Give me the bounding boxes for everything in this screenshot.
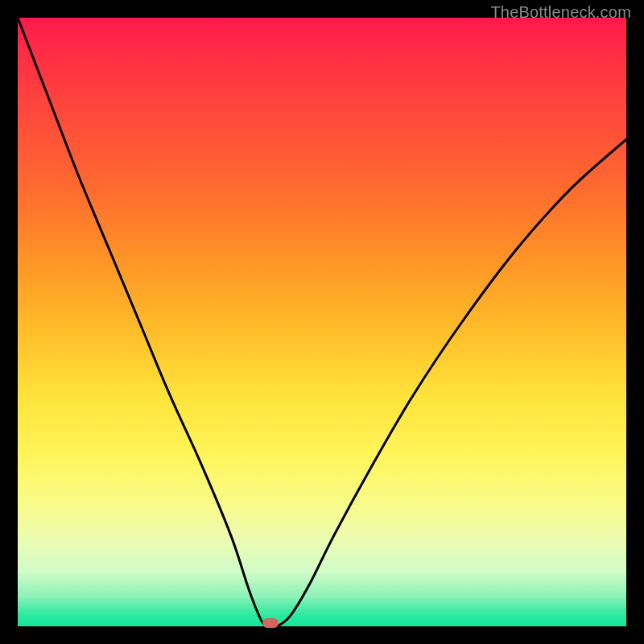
watermark-text: TheBottleneck.com <box>490 3 631 22</box>
plot-area <box>18 18 626 626</box>
optimal-point-marker <box>262 618 279 628</box>
bottleneck-curve <box>18 18 626 626</box>
chart-frame: TheBottleneck.com <box>0 0 644 644</box>
curve-svg <box>18 18 626 626</box>
